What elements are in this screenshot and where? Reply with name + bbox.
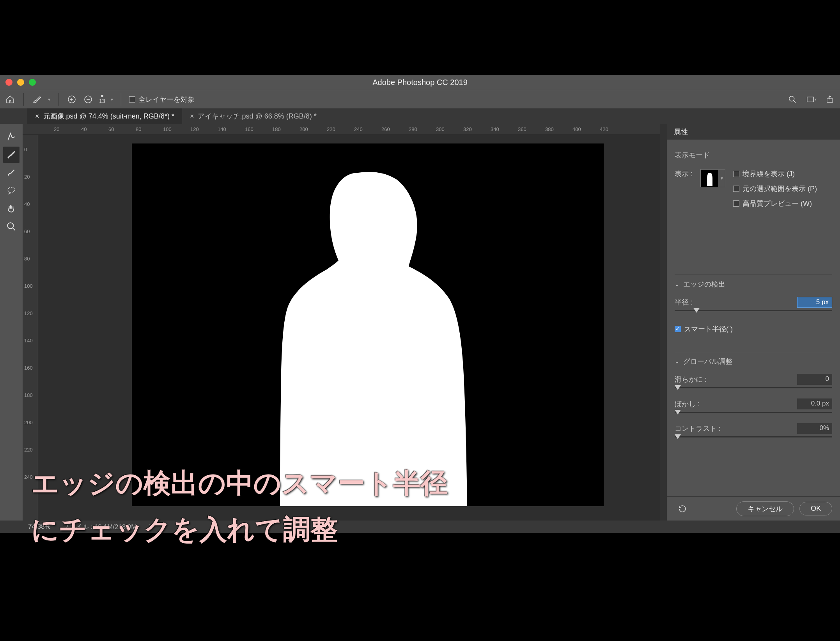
screen-mode-icon[interactable]: ▾ xyxy=(806,94,817,105)
panel-title: 属性 xyxy=(667,124,840,140)
zoom-tool[interactable] xyxy=(3,218,19,235)
svg-point-10 xyxy=(7,223,13,228)
reset-icon[interactable] xyxy=(677,503,688,514)
show-border-checkbox[interactable]: 境界線を表示 (J) xyxy=(733,169,817,179)
divider xyxy=(23,93,24,106)
titlebar: Adobe Photoshop CC 2019 xyxy=(0,75,840,90)
view-thumbnail[interactable] xyxy=(700,169,718,187)
tab-document-2[interactable]: × アイキャッチ.psd @ 66.8% (RGB/8) * xyxy=(182,108,324,124)
close-tab-icon[interactable]: × xyxy=(35,112,39,120)
contrast-input[interactable]: 0% xyxy=(797,423,832,434)
tab-document-1[interactable]: × 元画像.psd @ 74.4% (suit-men, RGB/8*) * xyxy=(27,108,182,124)
chevron-down-icon: ⌄ xyxy=(675,358,679,365)
annotation-overlay: エッジの検出の中のスマート半径 にチェックを入れて調整 xyxy=(31,460,448,553)
document-tabs: × 元画像.psd @ 74.4% (suit-men, RGB/8*) * ×… xyxy=(0,108,840,124)
smooth-input[interactable]: 0 xyxy=(797,374,832,385)
all-layers-checkbox[interactable]: 全レイヤーを対象 xyxy=(129,95,195,104)
checkbox-icon xyxy=(129,96,135,103)
global-adjust-header[interactable]: ⌄グローバル調整 xyxy=(675,357,832,366)
svg-rect-7 xyxy=(807,97,813,102)
smart-radius-checkbox[interactable]: スマート半径( ) xyxy=(675,324,832,334)
toolbar xyxy=(0,124,23,521)
view-dropdown-icon[interactable]: ▾ xyxy=(718,169,725,187)
feather-label: ぼかし : xyxy=(675,399,700,409)
divider xyxy=(58,93,58,106)
brush-tool[interactable] xyxy=(3,165,19,181)
horizontal-ruler: 2040608010012014016018020022024026028030… xyxy=(23,124,660,135)
svg-line-6 xyxy=(794,100,796,103)
search-icon[interactable] xyxy=(787,94,798,105)
cancel-button[interactable]: キャンセル xyxy=(736,501,794,516)
radius-slider[interactable] xyxy=(675,310,832,311)
quick-select-tool[interactable] xyxy=(3,129,19,145)
subtract-selection-icon[interactable] xyxy=(83,94,94,105)
svg-point-9 xyxy=(8,187,14,192)
panel-gap xyxy=(660,124,667,521)
panel-footer: キャンセル OK xyxy=(667,496,840,521)
add-selection-icon[interactable] xyxy=(66,94,77,105)
hand-tool[interactable] xyxy=(3,200,19,217)
feather-slider[interactable] xyxy=(675,412,832,413)
show-label: 表示 : xyxy=(675,169,693,179)
radius-label: 半径 : xyxy=(675,297,693,307)
svg-point-5 xyxy=(789,96,794,101)
high-quality-checkbox[interactable]: 高品質プレビュー (W) xyxy=(733,199,817,208)
lasso-tool[interactable] xyxy=(3,182,19,199)
home-icon[interactable] xyxy=(5,94,16,105)
contrast-label: コントラスト : xyxy=(675,424,721,433)
close-window-icon[interactable] xyxy=(5,79,12,86)
properties-panel: 属性 表示モード 表示 : ▾ 境界線を表示 (J) 元の選択範囲を表示 (P) xyxy=(667,124,840,521)
share-icon[interactable] xyxy=(824,94,835,105)
ok-button[interactable]: OK xyxy=(799,502,832,515)
brush-tool-icon[interactable] xyxy=(32,94,43,105)
maximize-window-icon[interactable] xyxy=(29,79,36,86)
svg-line-11 xyxy=(12,228,15,230)
edge-detection-header[interactable]: ⌄エッジの検出 xyxy=(675,280,832,289)
brush-dot-icon xyxy=(101,95,103,97)
smooth-slider[interactable] xyxy=(675,387,832,388)
refine-brush-tool[interactable] xyxy=(3,147,19,163)
chevron-down-icon: ⌄ xyxy=(675,281,679,287)
show-original-checkbox[interactable]: 元の選択範囲を表示 (P) xyxy=(733,184,817,193)
contrast-slider[interactable] xyxy=(675,436,832,437)
viewmode-label: 表示モード xyxy=(675,151,832,160)
feather-input[interactable]: 0.0 px xyxy=(797,398,832,409)
radius-input[interactable]: 5 px xyxy=(797,297,832,308)
mask-silhouette xyxy=(280,169,467,506)
minimize-window-icon[interactable] xyxy=(17,79,24,86)
divider xyxy=(121,93,121,106)
window-title: Adobe Photoshop CC 2019 xyxy=(372,78,468,87)
brush-size-stepper[interactable]: 13 xyxy=(99,95,105,104)
canvas[interactable] xyxy=(132,143,604,506)
close-tab-icon[interactable]: × xyxy=(190,112,194,120)
options-bar: ▾ 13 ▾ 全レイヤーを対象 ▾ xyxy=(0,90,840,108)
traffic-lights xyxy=(0,79,36,86)
smooth-label: 滑らかに : xyxy=(675,375,707,384)
